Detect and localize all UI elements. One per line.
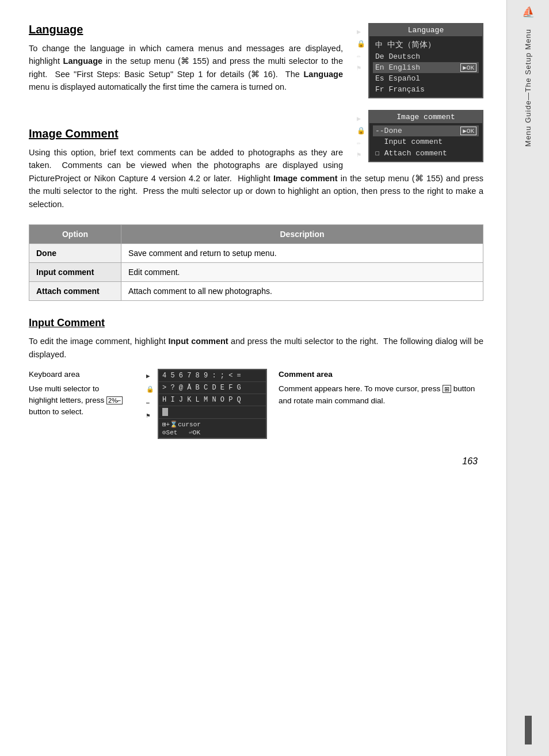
kbd-row-3: H I J K L M N O P Q [159, 394, 266, 406]
table-header-description: Description [121, 225, 483, 244]
flag-icon-2: ⚑ [357, 151, 365, 159]
attach-comment-label: Attach comment [384, 149, 447, 158]
lang-row-es: Es Español [373, 73, 479, 84]
table-cell-option-attach: Attach comment [29, 282, 121, 301]
lock-icon-2: 🔒 [357, 127, 365, 135]
keyboard-screen-wrapper: ▶ 🔒 ✏ ⚑ 4 5 6 7 8 9 : ; < = > ? @ Ā B C … [144, 369, 267, 439]
kbd-left-icons: ▶ 🔒 ✏ ⚑ [146, 370, 154, 419]
play-icon: ▶ [357, 28, 365, 36]
img-row-input: Input comment [373, 136, 479, 147]
lang-row-en: En English ▶OK [373, 62, 479, 73]
sidebar-top-icon: ⛵ [522, 6, 535, 18]
lang-name-de: Deutsch [388, 52, 420, 61]
flag-icon: ⚑ [357, 64, 365, 72]
done-label: Done [384, 127, 402, 135]
flag-icon-3: ⚑ [146, 412, 154, 419]
input-comment-body: To edit the image comment, highlight Inp… [29, 335, 483, 361]
table-cell-desc-attach: Attach comment to all new photographs. [121, 282, 483, 301]
sidebar-block [525, 716, 532, 744]
lang-name-zh: 中文（简体） [387, 40, 436, 50]
keyboard-instruction: Use multi selector to highlight letters,… [29, 383, 127, 418]
ok-badge-done: ▶OK [460, 127, 476, 135]
ok-badge-en: ▶OK [460, 63, 476, 72]
kbd-row-2: > ? @ Ā B C D E F G [159, 382, 266, 394]
sidebar-vertical-text: Menu Guide—The Setup Menu [524, 29, 532, 147]
lang-name-en: English [388, 63, 420, 72]
keyboard-area-label: Keyboard area [29, 369, 127, 380]
img-screen-left-icons: ▶ 🔒 ✏ ⚑ [357, 111, 365, 159]
language-screen: ▶ 🔒 ✏ ⚑ Language 中 中文（简体） De Deutsch [354, 23, 483, 98]
pencil-icon-3: ✏ [146, 399, 154, 406]
language-screen-body: 中 中文（简体） De Deutsch En English ▶OK Es Es… [369, 36, 482, 97]
table-cell-option-input: Input comment [29, 263, 121, 282]
language-screen-title: Language [369, 24, 482, 36]
main-content: ▶ 🔒 ✏ ⚑ Language 中 中文（简体） De Deutsch [0, 0, 506, 756]
right-sidebar: ⛵ Menu Guide—The Setup Menu [506, 0, 549, 756]
image-comment-screen: ▶ 🔒 ✏ ⚑ Image comment -- Done ▶OK [354, 110, 483, 162]
lang-code-en: En [375, 63, 384, 72]
image-comment-body: -- Done ▶OK Input comment ☐ Attach comme… [369, 123, 482, 161]
lang-code-zh: 中 [375, 40, 383, 50]
image-comment-title: Image comment [369, 111, 482, 123]
img-row-done: -- Done ▶OK [373, 125, 479, 136]
lock-icon: 🔒 [357, 40, 365, 48]
input-comment-heading: Input Comment [29, 317, 483, 329]
keyboard-area-description: Keyboard area Use multi selector to high… [29, 369, 127, 418]
lock-icon-3: 🔒 [146, 385, 154, 393]
comment-area-description: Comment area Comment appears here. To mo… [279, 369, 483, 407]
comment-area-label: Comment area [279, 369, 483, 381]
language-camera-screen: ▶ 🔒 ✏ ⚑ Language 中 中文（简体） De Deutsch [368, 23, 483, 98]
done-dash: -- [375, 127, 384, 135]
lang-code-es: Es [375, 74, 384, 83]
table-row: Attach comment Attach comment to all new… [29, 282, 483, 301]
kbd-cursor [162, 408, 168, 416]
pencil-icon-2: ✏ [357, 139, 365, 147]
comment-area-text: Comment appears here. To move cursor, pr… [279, 383, 483, 407]
lang-row-fr: Fr Français [373, 84, 479, 95]
pencil-icon: ✏ [357, 52, 365, 60]
kbd-bottom-row2: ⊙Set ⏎OK [162, 429, 262, 436]
table-row: Input comment Edit comment. [29, 263, 483, 282]
kbd-bottom-row1: ⊞+⌛cursor [162, 421, 262, 428]
input-comment-label: Input comment [375, 138, 443, 146]
options-table: Option Description Done Save comment and… [29, 224, 483, 301]
table-cell-option-done: Done [29, 244, 121, 263]
table-cell-desc-done: Save comment and return to setup menu. [121, 244, 483, 263]
page-number-text: 163 [462, 456, 478, 466]
language-section: ▶ 🔒 ✏ ⚑ Language 中 中文（简体） De Deutsch [29, 23, 483, 104]
kbd-cursor-row [159, 406, 266, 419]
lang-code-de: De [375, 52, 384, 61]
kbd-bottom: ⊞+⌛cursor ⊙Set ⏎OK [159, 419, 266, 438]
play-icon-3: ▶ [146, 372, 154, 380]
image-comment-camera-screen: ▶ 🔒 ✏ ⚑ Image comment -- Done ▶OK [368, 110, 483, 162]
lang-name-es: Español [388, 74, 420, 83]
table-row: Done Save comment and return to setup me… [29, 244, 483, 263]
lang-row-de: De Deutsch [373, 51, 479, 62]
screen-left-icons: ▶ 🔒 ✏ ⚑ [357, 24, 365, 72]
play-icon-2: ▶ [357, 114, 365, 123]
keyboard-screen: ▶ 🔒 ✏ ⚑ 4 5 6 7 8 9 : ; < = > ? @ Ā B C … [158, 369, 267, 439]
table-header-option: Option [29, 225, 121, 244]
kbd-row-1: 4 5 6 7 8 9 : ; < = [159, 370, 266, 382]
lang-code-fr: Fr [375, 85, 384, 94]
page-number: 163 [29, 456, 483, 467]
image-comment-section: ▶ 🔒 ✏ ⚑ Image comment -- Done ▶OK [29, 110, 483, 211]
lang-name-fr: Français [388, 85, 424, 94]
table-cell-desc-input: Edit comment. [121, 263, 483, 282]
img-row-attach: ☐ Attach comment [373, 147, 479, 159]
set-button-icon: 2%⌐ [106, 396, 123, 404]
attach-checkbox: ☐ [375, 148, 380, 158]
cursor-button-icon: ⊞ [443, 385, 451, 393]
input-comment-layout: Keyboard area Use multi selector to high… [29, 369, 483, 439]
lang-row-zh: 中 中文（简体） [373, 39, 479, 51]
